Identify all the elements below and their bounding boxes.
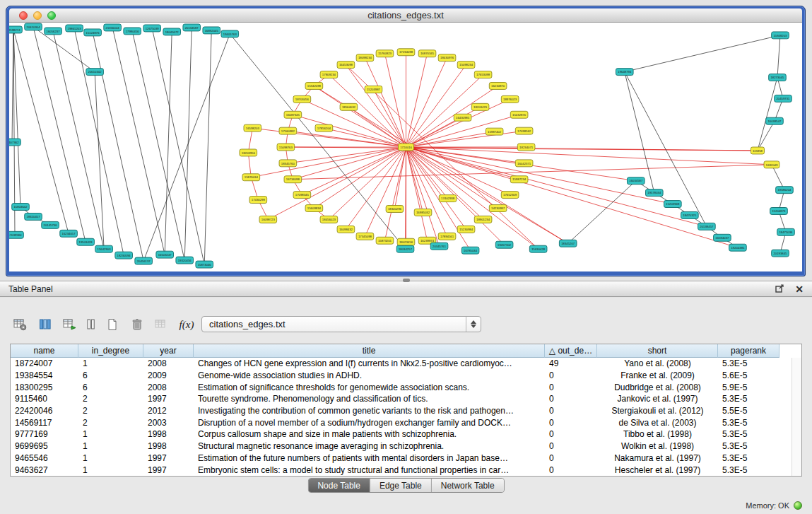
splitter-grip[interactable] (403, 279, 410, 282)
minimize-window-button[interactable] (33, 11, 42, 20)
network-graph[interactable]: 1724016182340711604237115987234176523091… (9, 23, 802, 271)
close-window-button[interactable] (19, 11, 28, 20)
graph-node[interactable]: 18564032 (340, 103, 358, 110)
graph-node[interactable]: 15987402 (486, 128, 503, 135)
graph-node[interactable]: 15948203 (772, 32, 789, 39)
graph-node[interactable]: 19204385 (729, 244, 747, 251)
column-header-out_de[interactable]: △ out_de… (545, 344, 597, 358)
graph-node[interactable]: 17894561 (438, 233, 456, 240)
new-table-button[interactable] (103, 315, 122, 334)
graph-node[interactable]: 15342098 (305, 83, 323, 90)
graph-node[interactable]: 19578034 (646, 189, 664, 197)
row-height-button[interactable] (86, 315, 97, 334)
graph-node[interactable]: 1682049 (764, 161, 779, 168)
graph-node[interactable]: 15204873 (770, 208, 788, 215)
graph-node[interactable]: 16034587 (627, 177, 645, 185)
graph-node[interactable]: 15803642 (12, 204, 30, 211)
window-titlebar[interactable]: citations_edges.txt (9, 8, 802, 23)
graph-node[interactable]: 16430985 (454, 114, 471, 121)
table-selector-combo[interactable]: citations_edges.txt (201, 316, 481, 332)
graph-node[interactable]: 16503247 (156, 251, 174, 258)
table-row[interactable]: 911546021997Tourette syndrome. Phenomeno… (11, 393, 801, 405)
graph-node[interactable]: 15876034 (242, 174, 260, 181)
graph-node[interactable]: 16038547 (766, 117, 784, 124)
graph-node[interactable]: 17234098 (397, 49, 415, 56)
graph-node[interactable]: 19648794 (616, 69, 633, 76)
graph-node[interactable]: 18203956 (240, 149, 257, 156)
graph-node[interactable]: 16234057 (60, 230, 78, 237)
graph-node[interactable]: 17653098 (474, 71, 492, 78)
graph-node[interactable]: 18203476 (471, 103, 489, 110)
graph-node[interactable]: 1724016 (399, 144, 414, 151)
graph-node[interactable]: 15873201 (376, 237, 394, 244)
show-columns-button[interactable] (36, 315, 54, 334)
graph-node[interactable]: 15630428 (529, 245, 547, 252)
column-header-name[interactable]: name (11, 344, 78, 358)
graph-node[interactable]: 20459731 (775, 95, 792, 102)
float-panel-icon[interactable] (775, 284, 784, 295)
graph-node[interactable]: 19861203 (66, 25, 83, 32)
graph-node[interactable]: 17039584 (9, 231, 23, 238)
graph-node[interactable]: 16098723 (259, 216, 277, 223)
graph-node[interactable]: 18976023 (501, 95, 519, 103)
zoom-window-button[interactable] (47, 11, 56, 20)
tab-network-table[interactable]: Network Table (432, 479, 504, 492)
column-header-pagerank[interactable]: pagerank (718, 344, 779, 358)
graph-node[interactable]: 17430298 (249, 197, 267, 204)
graph-node[interactable]: 15098234 (457, 62, 475, 69)
column-header-in_degree[interactable]: in_degree (78, 344, 143, 358)
graph-node[interactable]: 15609834 (305, 205, 323, 212)
graph-node[interactable]: 16453098 (337, 62, 355, 69)
graph-node[interactable]: 19405763 (221, 30, 239, 37)
graph-node[interactable]: 20345761 (430, 243, 448, 250)
create-column-button[interactable] (61, 315, 79, 334)
graph-node[interactable]: 115958 (751, 147, 764, 154)
graph-node[interactable]: 18230594 (115, 252, 133, 259)
graph-node[interactable]: 18901234 (474, 216, 492, 223)
graph-node[interactable]: 15987234 (510, 176, 528, 183)
graph-node[interactable]: 17098345 (293, 192, 311, 199)
graph-node[interactable]: 17345098 (356, 233, 374, 240)
graph-node[interactable]: 18340296 (386, 206, 404, 213)
graph-node[interactable]: 18470325 (681, 211, 699, 218)
graph-node[interactable]: 14230987 (489, 205, 507, 212)
column-header-year[interactable]: year (143, 344, 194, 358)
close-panel-icon[interactable]: ✕ (795, 284, 804, 294)
import-table-button[interactable] (153, 315, 171, 334)
table-row[interactable]: 2242004622012Investigating the contribut… (11, 405, 801, 417)
graph-node[interactable]: 18598274 (9, 26, 22, 33)
graph-node[interactable]: 16870345 (418, 50, 436, 57)
graph-node[interactable]: 16098432 (337, 226, 355, 233)
graph-node[interactable]: 17560982 (279, 127, 297, 134)
graph-node[interactable]: 16087345 (284, 111, 302, 118)
graph-node[interactable]: 18703456 (293, 95, 311, 103)
function-builder-button[interactable]: f(x) (177, 315, 196, 334)
graph-node[interactable]: 20134587 (183, 24, 201, 31)
graph-node[interactable]: 18023456 (397, 238, 415, 245)
graph-node[interactable]: 16785034 (461, 247, 479, 254)
column-header-title[interactable]: title (194, 344, 545, 358)
graph-node[interactable]: 19457302 (495, 241, 513, 248)
table-scrollbar[interactable] (792, 358, 801, 476)
graph-node[interactable]: 18234071 (517, 144, 535, 151)
graph-node[interactable]: 15407362 (9, 139, 20, 146)
tab-node-table[interactable]: Node Table (308, 479, 370, 492)
table-row[interactable]: 969969511998Structural magnetic resonanc… (11, 440, 801, 452)
graph-node[interactable]: 15098763 (277, 144, 295, 151)
table-row[interactable]: 946554611997Estimation of the future num… (11, 452, 801, 465)
graph-node[interactable]: 16234870 (489, 83, 507, 90)
graph-node[interactable]: 16598203 (244, 124, 261, 132)
column-header-short[interactable]: short (597, 344, 718, 358)
graph-node[interactable]: 20456137 (135, 257, 153, 264)
graph-node[interactable]: 17098562 (515, 127, 533, 134)
table-row[interactable]: 1872400712008Changes of HCN gene express… (11, 358, 801, 370)
graph-node[interactable]: 15432870 (510, 111, 528, 118)
graph-node[interactable]: 15873046 (196, 261, 213, 268)
graph-node[interactable]: 20193845 (772, 250, 789, 257)
graph-node[interactable]: 18045672 (163, 28, 181, 35)
graph-node[interactable]: 17809234 (320, 71, 338, 78)
table-row[interactable]: 1456911722003Disruption of a novel membe… (11, 416, 801, 428)
graph-node[interactable]: 15642903 (95, 245, 113, 252)
graph-node[interactable]: 18320457 (25, 213, 42, 220)
graph-node[interactable]: 19320456 (176, 257, 194, 264)
